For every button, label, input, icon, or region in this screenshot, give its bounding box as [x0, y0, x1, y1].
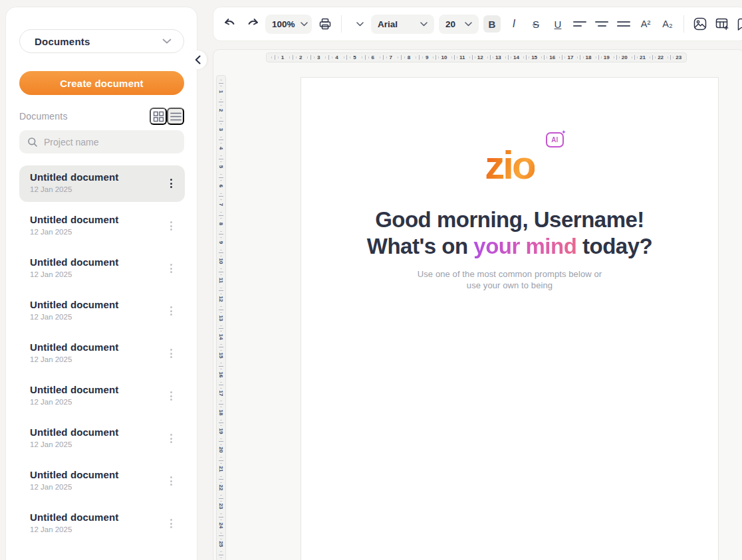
- underline-button[interactable]: U: [549, 15, 566, 33]
- ruler-unit: 5: [219, 153, 223, 172]
- document-list-item[interactable]: Untitled document 12 Jan 2025: [19, 420, 185, 457]
- ruler-unit: 8: [395, 55, 413, 60]
- chevron-down-icon: [465, 22, 472, 27]
- document-list-item[interactable]: Untitled document 12 Jan 2025: [19, 208, 185, 244]
- collapse-sidebar-button[interactable]: [188, 50, 207, 69]
- subtitle-line1: Use one of the most common prompts below…: [418, 269, 602, 279]
- document-title: Untitled document: [30, 512, 160, 523]
- list-view-button[interactable]: [167, 108, 184, 125]
- document-page[interactable]: zio AI ✦ Good morning, Username! What's …: [301, 77, 719, 560]
- bold-button[interactable]: B: [483, 15, 501, 33]
- document-list-item[interactable]: Untitled document 12 Jan 2025: [19, 378, 185, 415]
- ruler-unit: 2: [287, 55, 305, 60]
- font-family-select[interactable]: Arial: [371, 15, 434, 34]
- document-title: Untitled document: [30, 341, 160, 353]
- ruler-unit: 9: [413, 55, 431, 60]
- document-list-item[interactable]: Untitled document 12 Jan 2025: [19, 293, 185, 329]
- subscript-button[interactable]: A₂: [659, 15, 676, 33]
- document-date: 12 Jan 2025: [30, 313, 160, 321]
- document-list-item[interactable]: Untitled document 12 Jan 2025: [19, 165, 185, 202]
- document-menu-button[interactable]: [165, 515, 177, 532]
- insert-image-button[interactable]: [691, 15, 709, 33]
- align-left-icon: [573, 21, 586, 27]
- search-input[interactable]: [44, 137, 176, 147]
- ruler-unit: 18: [575, 55, 593, 60]
- align-left-button[interactable]: [571, 15, 588, 33]
- ruler-unit: 1: [219, 78, 223, 96]
- document-list-item[interactable]: Untitled document 12 Jan 2025: [19, 463, 185, 500]
- document-title: Untitled document: [30, 171, 160, 183]
- workspace-dropdown[interactable]: Documents: [19, 29, 184, 53]
- greeting-line2-suffix: today?: [576, 234, 652, 258]
- comment-button[interactable]: [735, 15, 742, 33]
- sidebar: Documents Create document Documents: [5, 7, 197, 560]
- undo-button[interactable]: [221, 15, 239, 33]
- create-document-button[interactable]: Create document: [19, 71, 184, 95]
- document-menu-button[interactable]: [165, 345, 177, 362]
- document-date: 12 Jan 2025: [30, 440, 160, 448]
- document-menu-button[interactable]: [165, 430, 177, 447]
- zio-logo-text: zio: [485, 143, 534, 187]
- document-date: 12 Jan 2025: [30, 270, 160, 278]
- ruler-unit: 26: [218, 549, 224, 560]
- ruler-unit: 25: [218, 530, 224, 549]
- greeting-heading: Good morning, Username! What's on your m…: [301, 207, 718, 260]
- ruler-unit: 13: [485, 55, 503, 60]
- align-center-button[interactable]: [593, 15, 610, 33]
- zoom-value: 100%: [272, 19, 295, 29]
- greeting-subtitle: Use one of the most common prompts below…: [301, 268, 718, 291]
- ruler-unit: 8: [219, 210, 223, 229]
- italic-button[interactable]: I: [505, 15, 523, 33]
- greeting-highlight: your mind: [473, 234, 576, 258]
- horizontal-ruler: 1234567891011121314151617181920212223: [266, 52, 687, 62]
- grid-view-button[interactable]: [150, 108, 167, 125]
- chevron-down-icon: [356, 22, 364, 27]
- align-right-button[interactable]: [615, 15, 632, 33]
- document-list-item[interactable]: Untitled document 12 Jan 2025: [19, 335, 185, 372]
- search-box: [19, 130, 184, 153]
- ruler-unit: 5: [341, 55, 359, 60]
- insert-image-icon: [693, 17, 707, 31]
- undo-icon: [223, 18, 237, 30]
- superscript-button[interactable]: A²: [637, 15, 654, 33]
- document-menu-button[interactable]: [165, 175, 177, 192]
- document-title: Untitled document: [30, 214, 160, 225]
- ruler-unit: 18: [218, 399, 224, 417]
- document-date: 12 Jan 2025: [30, 185, 160, 193]
- bold-icon: B: [489, 19, 496, 30]
- italic-icon: I: [513, 18, 515, 30]
- print-button[interactable]: [316, 15, 334, 33]
- ruler-unit: 19: [218, 417, 224, 436]
- strikethrough-button[interactable]: S: [527, 15, 545, 33]
- document-list-item[interactable]: Untitled document 12 Jan 2025: [19, 250, 185, 287]
- editor-toolbar: 100% Arial 20 B: [213, 7, 742, 41]
- document-menu-button[interactable]: [165, 387, 177, 405]
- ruler-unit: 17: [218, 379, 224, 398]
- ruler-unit: 22: [218, 474, 224, 492]
- document-menu-button[interactable]: [165, 260, 177, 277]
- ruler-unit: 21: [218, 455, 224, 474]
- ruler-unit: 12: [218, 285, 224, 304]
- insert-table-button[interactable]: [713, 15, 731, 33]
- document-list-item[interactable]: Untitled document 12 Jan 2025: [19, 506, 185, 542]
- comment-icon: [737, 17, 742, 31]
- ai-badge: AI ✦: [546, 132, 564, 147]
- ruler-unit: 6: [359, 55, 377, 60]
- ruler-unit: 14: [218, 323, 224, 341]
- ruler-unit: 24: [218, 512, 224, 530]
- text-color-select[interactable]: [349, 15, 366, 33]
- ruler-unit: 16: [539, 55, 557, 60]
- document-menu-button[interactable]: [165, 472, 177, 490]
- chevron-down-icon: [420, 22, 428, 27]
- document-menu-button[interactable]: [165, 217, 177, 234]
- ruler-unit: 16: [218, 361, 224, 379]
- ruler-unit: 10: [431, 55, 449, 60]
- document-date: 12 Jan 2025: [30, 398, 160, 406]
- documents-list: Untitled document 12 Jan 2025 Untitled d…: [19, 165, 185, 548]
- redo-button[interactable]: [243, 15, 261, 33]
- document-menu-button[interactable]: [165, 302, 177, 320]
- redo-icon: [245, 18, 259, 30]
- font-size-select[interactable]: 20: [439, 15, 479, 34]
- documents-list-header: Documents: [19, 108, 184, 125]
- zoom-select[interactable]: 100%: [265, 15, 312, 34]
